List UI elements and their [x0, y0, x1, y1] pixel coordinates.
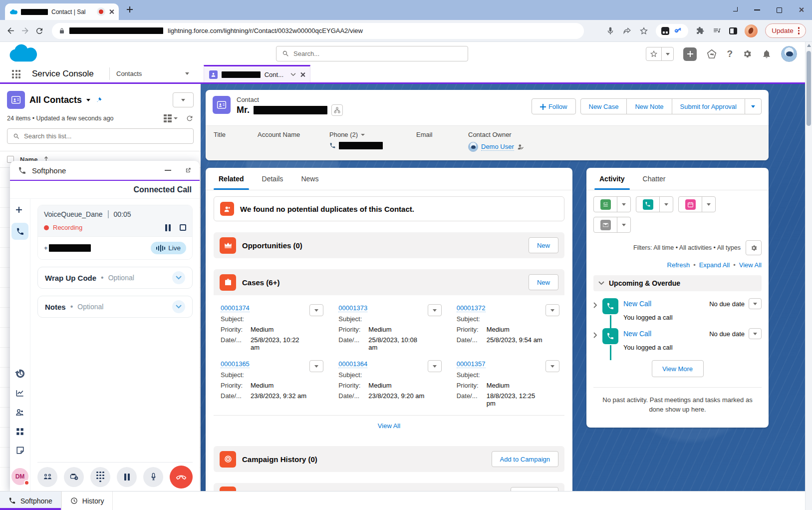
- case-menu-button[interactable]: [428, 360, 442, 372]
- pause-recording-icon[interactable]: [165, 224, 171, 231]
- tab-news[interactable]: News: [292, 168, 327, 190]
- nav-tab-contacts[interactable]: Contacts: [116, 65, 142, 82]
- history-icon[interactable]: [15, 369, 25, 379]
- view-all-link[interactable]: View All: [739, 261, 762, 269]
- browser-profile-avatar[interactable]: [745, 24, 758, 37]
- address-bar[interactable]: lightning.force.com/lightning/r/Contact/…: [52, 23, 584, 39]
- stop-recording-icon[interactable]: [180, 224, 186, 231]
- reload-icon[interactable]: [35, 26, 44, 35]
- case-link[interactable]: 00001373: [338, 304, 367, 312]
- case-menu-button[interactable]: [428, 304, 442, 316]
- opportunities-title[interactable]: Opportunities (0): [242, 241, 302, 250]
- case-link[interactable]: 00001357: [457, 360, 486, 368]
- global-actions-icon[interactable]: [683, 47, 697, 61]
- active-call-tab-icon[interactable]: [11, 223, 28, 240]
- utility-tab-softphone[interactable]: Softphone: [0, 492, 61, 510]
- event-dropdown-icon[interactable]: [702, 197, 715, 212]
- new-task-button[interactable]: [594, 197, 617, 212]
- notes-icon[interactable]: [15, 446, 25, 455]
- case-link[interactable]: 00001365: [221, 360, 250, 368]
- window-menu-chevron-icon[interactable]: [733, 7, 738, 11]
- analytics-icon[interactable]: [15, 388, 25, 398]
- activity-title-link[interactable]: New Call: [623, 300, 651, 308]
- page-scrollbar[interactable]: [805, 42, 812, 510]
- expand-all-link[interactable]: Expand All: [699, 261, 730, 269]
- list-search-box[interactable]: [7, 128, 194, 144]
- phone-dropdown-icon[interactable]: [361, 134, 365, 136]
- new-call-icon[interactable]: [16, 207, 24, 215]
- setup-gear-icon[interactable]: [742, 49, 752, 59]
- case-menu-button[interactable]: [309, 304, 323, 316]
- scrollbar-up-arrow[interactable]: [807, 44, 811, 47]
- list-search-input[interactable]: [24, 132, 188, 140]
- cases-section-header[interactable]: Cases (6+) New: [214, 269, 564, 295]
- browser-tab[interactable]: Contact | Sal: [5, 3, 119, 20]
- media-playlist-icon[interactable]: [712, 26, 722, 35]
- global-search-input[interactable]: [293, 50, 462, 57]
- tab-close-icon[interactable]: [109, 9, 114, 14]
- nav-tab-contact-record[interactable]: Cont...: [204, 65, 310, 82]
- apps-grid-icon[interactable]: [15, 427, 24, 436]
- dialpad-button[interactable]: [90, 467, 110, 487]
- change-owner-icon[interactable]: [517, 143, 524, 150]
- expand-row-icon[interactable]: [593, 302, 597, 321]
- expand-wrapup-icon[interactable]: [172, 271, 185, 284]
- case-menu-button[interactable]: [545, 360, 559, 372]
- activity-menu-button[interactable]: [749, 328, 762, 339]
- call-dropdown-icon[interactable]: [659, 197, 673, 212]
- new-case-button[interactable]: New: [529, 274, 558, 290]
- view-hierarchy-button[interactable]: [331, 104, 343, 116]
- agent-avatar[interactable]: DM: [11, 468, 28, 485]
- guidance-center-icon[interactable]: [706, 48, 717, 59]
- email-button[interactable]: [594, 217, 617, 232]
- app-launcher-icon[interactable]: [12, 70, 20, 78]
- log-call-button[interactable]: [636, 197, 659, 212]
- user-avatar[interactable]: [781, 46, 797, 62]
- case-menu-button[interactable]: [545, 304, 559, 316]
- notifications-bell-icon[interactable]: [762, 49, 772, 59]
- refresh-link[interactable]: Refresh: [667, 261, 690, 269]
- favorites-star-icon[interactable]: [646, 47, 661, 60]
- new-event-button[interactable]: [679, 197, 702, 212]
- new-case-button[interactable]: New Case: [580, 98, 627, 114]
- pin-icon[interactable]: [95, 96, 102, 104]
- campaign-history-title[interactable]: Campaign History (0): [242, 455, 317, 464]
- record-tab-close-icon[interactable]: [300, 72, 305, 77]
- popout-icon[interactable]: [185, 167, 192, 174]
- forward-icon[interactable]: [20, 26, 30, 35]
- section-button[interactable]: [511, 487, 558, 491]
- list-view-controls-button[interactable]: [173, 92, 194, 107]
- mute-mic-button[interactable]: [143, 467, 163, 487]
- extensions-puzzle-icon[interactable]: [696, 26, 705, 35]
- scrollbar-thumb[interactable]: [807, 51, 811, 126]
- record-tab-chevron-icon[interactable]: [290, 73, 296, 76]
- task-dropdown-icon[interactable]: [617, 197, 630, 212]
- activity-title-link[interactable]: New Call: [623, 330, 651, 338]
- expand-notes-icon[interactable]: [172, 300, 185, 313]
- notes-section[interactable]: Notes • Optional: [37, 296, 193, 318]
- utility-tab-history[interactable]: History: [61, 492, 113, 510]
- tab-activity[interactable]: Activity: [590, 168, 634, 190]
- live-transcription-badge[interactable]: Live: [151, 242, 186, 254]
- tab-details[interactable]: Details: [253, 168, 292, 190]
- activity-menu-button[interactable]: [749, 298, 762, 309]
- back-icon[interactable]: [6, 26, 15, 35]
- window-close-icon[interactable]: [799, 7, 805, 13]
- wrap-up-code-section[interactable]: Wrap Up Code • Optional: [37, 267, 193, 289]
- opportunities-section-header[interactable]: Opportunities (0) New: [214, 232, 564, 258]
- contacts-icon[interactable]: [15, 408, 25, 418]
- tab-chatter[interactable]: Chatter: [634, 168, 675, 190]
- help-icon[interactable]: ?: [727, 48, 733, 59]
- hold-button[interactable]: [117, 467, 137, 487]
- tab-related[interactable]: Related: [210, 168, 253, 190]
- cases-view-all-link[interactable]: View All: [378, 422, 400, 430]
- end-call-button[interactable]: [170, 466, 193, 489]
- share-icon[interactable]: [622, 26, 632, 35]
- extension-icon[interactable]: [661, 27, 669, 35]
- case-link[interactable]: 00001372: [457, 304, 486, 312]
- more-actions-button[interactable]: [745, 98, 762, 114]
- email-dropdown-icon[interactable]: [617, 217, 630, 232]
- list-view-selector-icon[interactable]: [86, 99, 90, 101]
- password-key-icon[interactable]: [674, 26, 683, 35]
- owner-link[interactable]: Demo User: [481, 143, 514, 151]
